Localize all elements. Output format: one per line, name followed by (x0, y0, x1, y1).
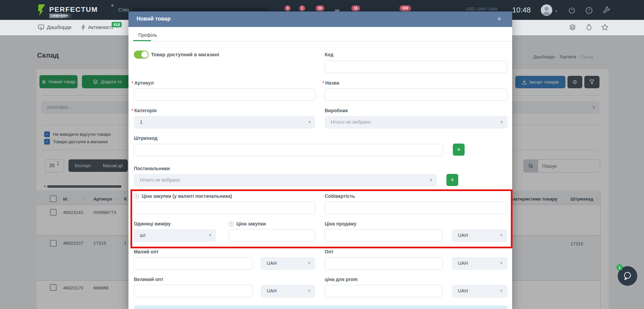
barcode-label: Штрихкод (134, 135, 157, 141)
subnav-activities-label: Активності (88, 24, 113, 30)
screen: PERFECTUM ® CRM+ERP Ство 3 1 26 16 559 U… (0, 0, 644, 309)
prom-price-input[interactable] (325, 285, 443, 297)
manufacturer-select[interactable]: Нічого не вибрано ∨ (325, 116, 507, 129)
required-mark: * (131, 80, 133, 86)
person-icon (541, 4, 552, 16)
tab-profile[interactable]: Профіль (138, 32, 157, 38)
cost-label: Собівартість (325, 193, 355, 199)
category-select[interactable]: 1 ∨ (134, 116, 315, 129)
monitor-icon (38, 25, 44, 30)
lightning-icon (81, 24, 85, 30)
category-value: 1 (140, 119, 143, 125)
chevron-down-icon: ∨ (500, 261, 503, 265)
purchase-supplier-label: Ціна закупки (у валюті постачальника) (142, 193, 232, 199)
clock: 10:48 (512, 6, 531, 14)
currency-rate: USD: UAH / UAH (466, 7, 497, 11)
small-wholesale-input[interactable] (134, 257, 253, 270)
subnav-dashboards-label: Дашборди (47, 24, 71, 30)
tabs-border (128, 41, 512, 41)
currency-value: UAH (267, 260, 277, 266)
sale-input[interactable] (325, 229, 443, 242)
chevron-down-icon: ∨ (500, 120, 503, 124)
logo-subtitle: CRM+ERP (49, 13, 73, 18)
notification-badge[interactable]: 3 (285, 5, 291, 11)
sale-label: Ціна продажу (325, 221, 356, 226)
sku-input[interactable] (134, 88, 315, 101)
chat-bubble-icon (622, 271, 633, 281)
name-input[interactable] (325, 88, 507, 101)
currency-value: UAH (458, 288, 468, 293)
small-wholesale-currency-select[interactable]: UAH ∨ (261, 257, 315, 270)
barcode-input[interactable] (134, 144, 443, 156)
units-label: Одиниці виміру (134, 221, 171, 226)
avatar-chevron-icon[interactable]: ∨ (555, 9, 558, 13)
name-label: Назва (325, 80, 339, 86)
subnav-item-dashboards[interactable]: Дашборди (38, 24, 71, 30)
big-wholesale-input[interactable] (134, 285, 253, 297)
chevron-down-icon: ∨ (500, 288, 503, 293)
notification-badge[interactable]: 559 (400, 5, 411, 11)
notification-badge[interactable]: 1 (299, 5, 305, 11)
category-label: Категорія (134, 108, 156, 113)
chevron-down-icon: ∨ (308, 288, 311, 293)
add-supplier-button[interactable]: + (446, 174, 458, 186)
cost-input[interactable] (325, 202, 507, 214)
toggle-knob (141, 51, 148, 58)
code-label: Код (325, 52, 333, 57)
new-product-modal: Новий товар × Профіль Товар доступний в … (128, 11, 512, 309)
activities-count-badge: 618 (112, 22, 122, 27)
toggle-label: Товар доступний в магазині (151, 52, 219, 57)
wrench-icon[interactable] (603, 6, 611, 14)
purchase-label: Ціна закупки (236, 221, 266, 226)
currency-value: UAH (267, 288, 277, 293)
wholesale-input[interactable] (325, 257, 443, 270)
available-toggle[interactable] (134, 51, 149, 59)
currency-value: UAH (458, 260, 468, 266)
help-icon[interactable]: ? (585, 6, 593, 14)
purchase-supplier-input[interactable] (134, 202, 315, 214)
code-input[interactable] (325, 61, 507, 73)
chevron-down-icon: ∨ (209, 233, 211, 237)
notification-badge[interactable]: 26 (316, 5, 324, 11)
wholesale-label: Опт (325, 249, 333, 254)
quick-create-button[interactable]: Ство (118, 7, 129, 12)
close-icon[interactable]: × (497, 15, 501, 23)
units-value: шт (140, 233, 146, 238)
flame-icon[interactable] (586, 24, 592, 31)
logo-reg: ® (111, 4, 114, 7)
chevron-down-icon: ∨ (308, 120, 311, 124)
modal-title: Новий товар (137, 16, 171, 22)
notification-badge[interactable]: 16 (351, 5, 360, 11)
chat-unread-badge: 1 (616, 264, 623, 271)
chevron-down-icon: ∨ (430, 178, 432, 182)
layers-icon[interactable] (569, 24, 576, 31)
suppliers-label: Постачальники (134, 166, 170, 171)
modal-header: Новий товар × (128, 11, 512, 27)
big-wholesale-currency-select[interactable]: UAH ∨ (261, 285, 315, 298)
manufacturer-label: Виробник (325, 108, 348, 113)
logo-icon (37, 4, 47, 17)
sale-currency-select[interactable]: UAH ∨ (452, 229, 507, 242)
avatar[interactable] (541, 4, 552, 16)
prom-currency-select[interactable]: UAH ∨ (452, 285, 507, 298)
required-mark: * (322, 80, 324, 86)
svg-text:?: ? (588, 8, 590, 12)
wholesale-currency-select[interactable]: UAH ∨ (452, 257, 507, 270)
small-wholesale-label: Малий опт (134, 249, 158, 254)
star-icon[interactable] (602, 24, 608, 30)
help-circle-icon: ? (229, 221, 234, 226)
purchase-input[interactable] (229, 229, 315, 242)
currency-value: UAH (458, 233, 468, 238)
required-mark: * (131, 108, 133, 113)
prom-price-label: ціна для prom (325, 277, 357, 282)
chevron-down-icon: ∨ (308, 261, 311, 265)
suppliers-placeholder: Нічого не вибрано (140, 177, 180, 183)
suppliers-select[interactable]: Нічого не вибрано ∨ (134, 174, 437, 187)
units-select[interactable]: шт ∨ (134, 229, 216, 242)
add-barcode-button[interactable]: + (453, 144, 465, 156)
plus-icon: + (450, 176, 454, 184)
info-alert (134, 306, 507, 309)
manufacturer-placeholder: Нічого не вибрано (331, 119, 371, 125)
logout-power-icon[interactable] (568, 6, 576, 14)
chevron-down-icon: ∨ (500, 233, 503, 237)
